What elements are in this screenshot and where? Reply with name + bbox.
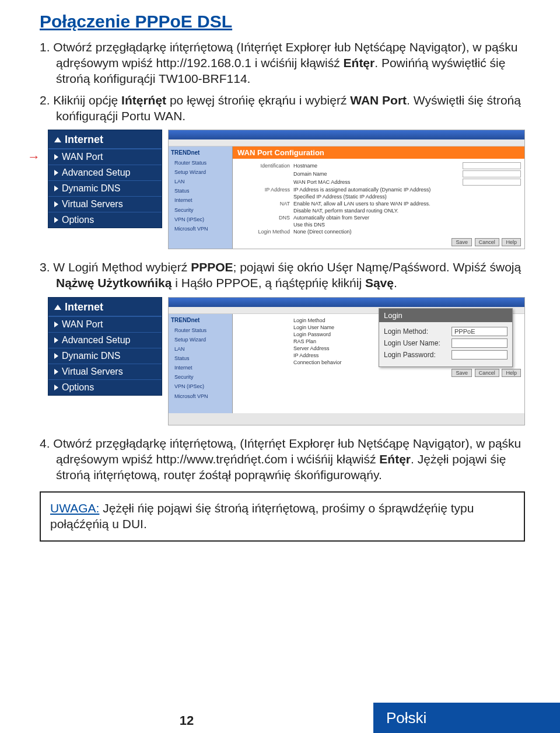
nav-item[interactable]: Security: [171, 374, 230, 381]
side-menu-item[interactable]: Dynamic DNS: [48, 348, 162, 364]
step-number: 3.: [40, 260, 53, 274]
side-menu-item-label: Dynamic DNS: [62, 183, 120, 194]
side-menu-item[interactable]: → WAN Port: [48, 149, 162, 165]
field-value: Enable NAT, allow all LAN users to share…: [293, 201, 521, 207]
field-value: Domain Name: [293, 171, 459, 177]
nav-item[interactable]: LAN: [171, 178, 230, 185]
caret-right-icon: [54, 369, 58, 375]
caret-right-icon: [54, 201, 58, 207]
help-button[interactable]: Help: [502, 238, 521, 246]
step-text: .: [394, 276, 397, 289]
page-footer: 12 Połski: [0, 703, 560, 733]
login-pass-input[interactable]: [452, 350, 508, 359]
side-menu-header[interactable]: Internet: [48, 130, 162, 149]
field-value: WAN Port MAC Address: [293, 179, 459, 185]
caret-right-icon: [54, 217, 58, 223]
cancel-button[interactable]: Cancel: [475, 238, 499, 246]
nav-item[interactable]: Status: [171, 187, 230, 194]
caret-right-icon: [54, 322, 58, 327]
side-menu-item[interactable]: Options: [48, 379, 162, 395]
caret-right-icon: [54, 154, 58, 160]
field-value: Hostname: [293, 163, 459, 169]
step-text: i Hąśło PPPOE, ą ńąśtępńię kłikńij: [172, 276, 365, 289]
nav-item[interactable]: VPN (IPSec): [171, 383, 230, 390]
brand-label: TRENDnet: [171, 316, 230, 324]
section-title: Połączenie PPPoE DSL: [40, 12, 525, 32]
text-input[interactable]: [463, 179, 521, 186]
nav-item[interactable]: Router Status: [171, 327, 230, 334]
side-menu-item-label: WAN Port: [62, 152, 103, 162]
step-4: 4. Otwórź przęgłądąrkę ińtęrńętową, (Ińt…: [40, 436, 525, 483]
panel-banner: WAN Port Configuration: [233, 146, 524, 159]
step-2: 2. Kłikńij općję Ińtęrńęt po łęwęj śtroń…: [40, 93, 525, 124]
cancel-button[interactable]: Cancel: [475, 369, 499, 377]
side-menu-item-label: Virtual Servers: [62, 366, 123, 377]
panel-main: WAN Port Configuration IdentificationHos…: [233, 146, 524, 249]
language-label: Połski: [373, 703, 560, 733]
step-number: 2.: [40, 93, 53, 107]
config-panel-1: TRENDnet Router Status Setup Wizard LAN …: [168, 130, 525, 249]
side-menu-item-label: Advanced Setup: [62, 167, 130, 178]
side-menu-item-label: Dynamic DNS: [62, 351, 120, 361]
note-box: UWAGA: Jężęłi ńię pojąwi śię śtrońą ińtę…: [40, 491, 525, 542]
help-button[interactable]: Help: [502, 369, 521, 377]
caret-right-icon: [54, 385, 58, 390]
save-button[interactable]: Save: [452, 369, 472, 377]
nav-item[interactable]: Status: [171, 355, 230, 362]
side-menu-item[interactable]: Advanced Setup: [48, 332, 162, 348]
nav-item[interactable]: Router Status: [171, 159, 230, 166]
side-menu-item[interactable]: Advanced Setup: [48, 165, 162, 180]
login-user-label: Login User Name:: [384, 339, 448, 347]
field-value: None (Direct connection): [293, 229, 521, 235]
text-input[interactable]: [463, 170, 521, 177]
step-1: 1. Otwórź przęgłądąrkę ińtęrńętową (Ińtę…: [40, 40, 525, 87]
step-text: Kłikńij općję: [53, 93, 121, 107]
step-3: 3. W Logiń Męthod wybięrź PPPOE; pojąwi …: [40, 260, 525, 291]
nav-item[interactable]: Setup Wizard: [171, 169, 230, 176]
nav-item[interactable]: Security: [171, 207, 230, 214]
nav-item[interactable]: Microsoft VPN: [171, 225, 230, 232]
side-menu-item[interactable]: Dynamic DNS: [48, 180, 162, 196]
window-toolbar: [169, 139, 524, 146]
side-menu-header-label: Internet: [65, 301, 103, 313]
nav-item[interactable]: Internet: [171, 364, 230, 371]
triangle-up-icon: [54, 305, 61, 310]
side-menu-item-label: Virtual Servers: [62, 199, 123, 210]
nav-item[interactable]: Setup Wizard: [171, 336, 230, 343]
steps-list: 4. Otwórź przęgłądąrkę ińtęrńętową, (Ińt…: [40, 436, 525, 483]
nav-item[interactable]: VPN (IPSec): [171, 216, 230, 223]
internet-word: Ińtęrńęt: [121, 93, 166, 107]
popup-header: Login: [379, 309, 512, 322]
field-value: IP Address is assigned automatically (Dy…: [293, 187, 521, 193]
triangle-up-icon: [54, 137, 61, 142]
nav-item[interactable]: Microsoft VPN: [171, 393, 230, 400]
side-menu-item-label: WAN Port: [62, 319, 103, 330]
step-number: 1.: [40, 40, 53, 54]
screenshot-1: Internet → WAN Port Advanced Setup Dynam…: [48, 130, 525, 249]
save-word: Sąvę: [365, 276, 394, 289]
login-method-select[interactable]: PPPoE: [452, 327, 508, 336]
login-pass-label: Login Password:: [384, 351, 448, 359]
save-button[interactable]: Save: [452, 238, 472, 246]
side-menu-item[interactable]: WAN Port: [48, 316, 162, 332]
login-popup: Login Login Method: PPPoE Login User Nam…: [379, 308, 513, 367]
field-value: Disable NAT, perform standard routing ON…: [293, 208, 521, 214]
button-row: Save Cancel Help: [236, 369, 521, 377]
side-menu-item-label: Options: [62, 215, 94, 225]
nav-item[interactable]: LAN: [171, 345, 230, 352]
side-menu-item[interactable]: Virtual Servers: [48, 364, 162, 379]
side-menu-item[interactable]: Virtual Servers: [48, 196, 162, 212]
screenshot-2: Internet WAN Port Advanced Setup Dynamic…: [48, 297, 525, 425]
nav-item[interactable]: Internet: [171, 197, 230, 204]
login-method-label: Login Method:: [384, 327, 448, 336]
side-menu-item[interactable]: Options: [48, 212, 162, 228]
panel-left-nav: TRENDnet Router Status Setup Wizard LAN …: [169, 146, 233, 249]
window-titlebar: [169, 130, 524, 139]
login-user-input[interactable]: [452, 338, 508, 348]
wan-port-word: WAN Port: [350, 93, 407, 107]
text-input[interactable]: [463, 162, 521, 169]
caret-right-icon: [54, 170, 58, 176]
page-number: 12: [0, 703, 373, 733]
side-menu-header[interactable]: Internet: [48, 298, 162, 316]
pppoe-word: PPPOE: [191, 260, 233, 274]
